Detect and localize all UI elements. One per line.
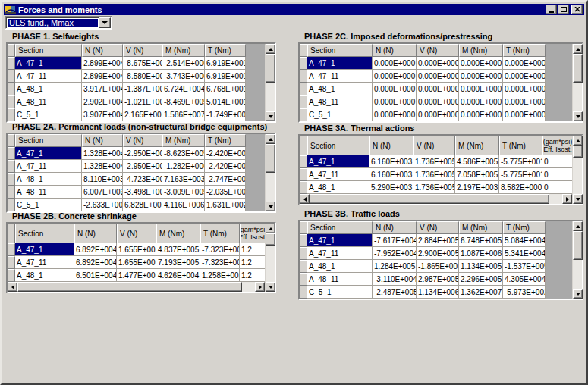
cell-value[interactable]: -7.323E+002 (200, 243, 240, 256)
scroll-left-button[interactable] (300, 194, 310, 204)
cell-section[interactable]: A_47_1 (15, 57, 82, 70)
scroll-track[interactable] (573, 158, 582, 194)
cell-value[interactable]: 2.899E+004 (82, 57, 123, 70)
cell-value[interactable]: 6.919E+001 (205, 70, 246, 83)
cell-value[interactable]: 8.582E+000 (499, 181, 542, 194)
cell-value[interactable]: 0.000E+000 (373, 108, 417, 121)
row-marker[interactable] (300, 83, 307, 95)
cell-value[interactable]: 5.341E+004 (503, 247, 546, 260)
scroll-track[interactable] (266, 83, 275, 111)
cell-value[interactable]: 0.000E+000 (373, 83, 417, 95)
scroll-right-button[interactable] (255, 282, 265, 292)
cell-value[interactable]: -3.743E+006 (162, 70, 205, 83)
row-marker[interactable] (300, 234, 307, 247)
row-marker[interactable] (300, 260, 307, 273)
scroll-right-button[interactable] (562, 194, 572, 204)
cell-value[interactable]: 4.626E+004 (156, 269, 200, 282)
cell-value[interactable]: 6.892E+004 (74, 243, 117, 256)
vertical-scrollbar[interactable] (572, 136, 582, 204)
cell-value[interactable]: 6.768E+001 (205, 83, 246, 95)
vertical-scroll-thumb[interactable] (573, 146, 583, 158)
cell-value[interactable]: 0.000E+000 (459, 57, 503, 70)
cell-value[interactable]: 2.899E+004 (82, 70, 123, 83)
cell-value[interactable]: 6.160E+003 (369, 155, 413, 168)
cell-value[interactable]: 4.305E+004 (503, 273, 546, 286)
cell-value[interactable]: -3.110E+004 (373, 273, 417, 286)
cell-value[interactable]: 0.000E+000 (459, 95, 503, 108)
row-marker[interactable] (8, 186, 15, 199)
row-marker[interactable] (8, 199, 15, 211)
cell-value[interactable]: 2.165E+006 (123, 108, 162, 121)
cell-section[interactable]: A_48_1 (15, 173, 82, 186)
cell-value[interactable]: -8.675E+005 (123, 57, 162, 70)
scroll-up-button[interactable] (573, 44, 583, 54)
cell-value[interactable]: -2.420E+003 (205, 147, 246, 160)
cell-section[interactable]: A_48_1 (307, 260, 373, 273)
cell-value[interactable]: 5.290E+003 (369, 181, 413, 194)
scroll-track[interactable] (573, 83, 582, 111)
cell-value[interactable]: -8.469E+005 (162, 95, 205, 108)
cell-value[interactable]: -2.747E+003 (205, 173, 246, 186)
cell-value[interactable]: 6.919E+001 (205, 57, 246, 70)
cell-value[interactable]: 0.000E+000 (373, 95, 417, 108)
cell-section[interactable]: A_47_11 (307, 247, 373, 260)
cell-section[interactable]: A_48_1 (307, 181, 369, 194)
cell-value[interactable]: 3.917E+004 (82, 83, 123, 95)
horizontal-scroll-thumb[interactable] (310, 194, 549, 204)
row-marker[interactable] (8, 70, 15, 83)
scroll-track[interactable] (266, 173, 275, 202)
close-button[interactable] (571, 5, 583, 14)
minimize-button[interactable] (546, 5, 557, 14)
cell-value[interactable]: 0 (542, 181, 573, 194)
cell-value[interactable]: -5.775E+001 (499, 168, 542, 181)
cell-value[interactable]: -2.514E+006 (162, 57, 205, 70)
cell-value[interactable]: 1.362E+007 (459, 286, 503, 299)
cell-value[interactable]: -5.775E+001 (499, 155, 542, 168)
row-marker[interactable] (300, 108, 307, 121)
cell-section[interactable]: A_48_11 (307, 95, 373, 108)
cell-value[interactable]: 1.2 (240, 256, 266, 269)
row-marker[interactable] (8, 57, 15, 70)
row-marker[interactable] (300, 70, 307, 83)
cell-value[interactable]: 1.477E+005 (117, 269, 156, 282)
cell-value[interactable]: -7.323E+002 (200, 256, 240, 269)
scroll-up-button[interactable] (266, 134, 275, 144)
scroll-up-button[interactable] (266, 44, 275, 54)
cell-section[interactable]: A_47_11 (15, 70, 82, 83)
cell-value[interactable]: 1.655E+005 (117, 243, 156, 256)
row-marker[interactable] (8, 243, 15, 256)
cell-value[interactable]: 5.084E+004 (503, 234, 546, 247)
cell-value[interactable]: 1.2 (240, 269, 266, 282)
row-marker[interactable] (8, 147, 15, 160)
scroll-track[interactable] (266, 246, 275, 282)
row-marker[interactable] (300, 95, 307, 108)
cell-value[interactable]: 2.900E+005 (417, 247, 459, 260)
scroll-up-button[interactable] (573, 221, 583, 231)
cell-section[interactable]: C_5_1 (307, 286, 373, 299)
cell-value[interactable]: 8.110E+003 (82, 173, 123, 186)
cell-value[interactable]: -1.749E+002 (205, 108, 246, 121)
horizontal-scroll-thumb[interactable] (17, 282, 242, 292)
cell-value[interactable]: 6.748E+005 (459, 234, 503, 247)
cell-value[interactable]: 0.000E+000 (503, 57, 546, 70)
cell-value[interactable]: 0.000E+000 (417, 83, 459, 95)
cell-value[interactable]: -3.498E+005 (123, 186, 162, 199)
row-marker[interactable] (8, 160, 15, 173)
cell-section[interactable]: A_48_1 (15, 83, 82, 95)
cell-value[interactable]: -2.420E+003 (205, 160, 246, 173)
row-marker[interactable] (300, 155, 307, 168)
row-marker[interactable] (300, 168, 307, 181)
cell-value[interactable]: 0 (542, 155, 573, 168)
scroll-down-button[interactable] (573, 194, 583, 204)
cell-value[interactable]: 1.736E+005 (413, 181, 455, 194)
cell-value[interactable]: -1.021E+006 (123, 95, 162, 108)
cell-value[interactable]: 7.058E+005 (455, 168, 499, 181)
vertical-scroll-thumb[interactable] (266, 54, 275, 83)
cell-value[interactable]: 2.987E+005 (417, 273, 459, 286)
cell-section[interactable]: A_47_11 (15, 256, 74, 269)
scroll-down-button[interactable] (573, 111, 583, 121)
cell-value[interactable]: 0.000E+000 (503, 83, 546, 95)
cell-value[interactable]: 1.087E+006 (459, 247, 503, 260)
cell-value[interactable]: 4.586E+005 (455, 155, 499, 168)
cell-value[interactable]: 4.116E+006 (162, 199, 205, 211)
